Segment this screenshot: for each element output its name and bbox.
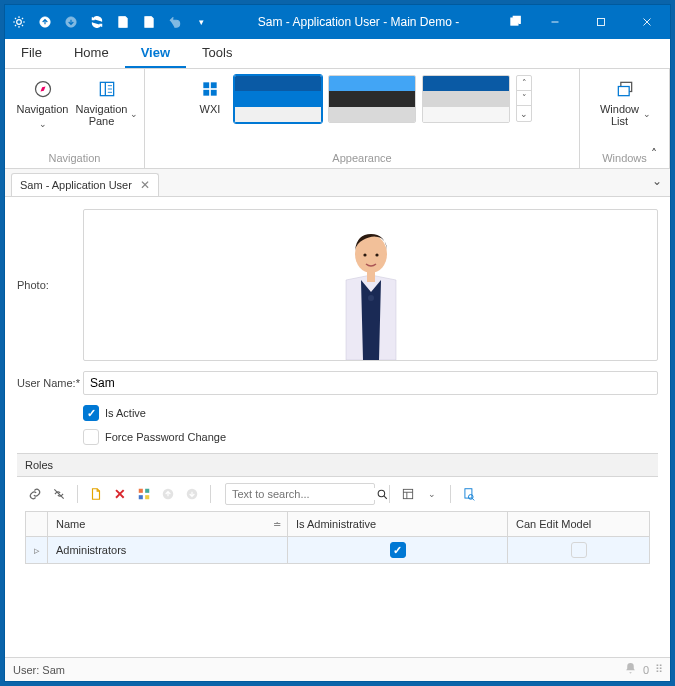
row-handle-header xyxy=(26,512,48,536)
new-button[interactable] xyxy=(86,484,106,504)
svg-rect-29 xyxy=(139,495,143,499)
window-list-button[interactable]: Window List ⌄ xyxy=(599,75,651,127)
svg-point-39 xyxy=(468,495,473,500)
svg-rect-23 xyxy=(367,270,375,282)
app-gear-icon[interactable] xyxy=(11,14,27,30)
chevron-down-icon: ⌄ xyxy=(643,110,651,120)
theme-swatch-blue-dark[interactable] xyxy=(328,75,416,123)
svg-rect-30 xyxy=(145,495,149,499)
layout-button[interactable] xyxy=(398,484,418,504)
group-navigation-label: Navigation xyxy=(49,152,101,164)
menu-view[interactable]: View xyxy=(125,39,186,68)
delete-button[interactable]: ✕ xyxy=(110,484,130,504)
menu-file[interactable]: File xyxy=(5,39,58,68)
svg-point-24 xyxy=(363,253,366,256)
preview-button[interactable] xyxy=(459,484,479,504)
collapse-ribbon-button[interactable]: ˄ xyxy=(646,146,662,162)
cell-is-admin-checkbox[interactable] xyxy=(390,542,406,558)
menu-home[interactable]: Home xyxy=(58,39,125,68)
is-active-label: Is Active xyxy=(105,407,146,419)
theme-swatch-blue-white[interactable] xyxy=(234,75,322,123)
svg-point-0 xyxy=(17,20,22,25)
titlebar-chevron-down-icon[interactable]: ▾ xyxy=(193,14,209,30)
roles-section-header: Roles xyxy=(17,453,658,477)
cell-can-edit-checkbox[interactable] xyxy=(571,542,587,558)
minimize-button[interactable] xyxy=(532,5,578,39)
undo-icon[interactable] xyxy=(167,14,183,30)
refresh-icon[interactable] xyxy=(89,14,105,30)
svg-rect-17 xyxy=(211,90,217,96)
force-password-checkbox[interactable] xyxy=(83,429,99,445)
maximize-button[interactable] xyxy=(578,5,624,39)
compass-icon xyxy=(33,79,53,99)
column-is-admin[interactable]: Is Administrative xyxy=(288,512,508,536)
column-can-edit[interactable]: Can Edit Model xyxy=(508,512,649,536)
svg-point-21 xyxy=(368,295,374,301)
document-tab-strip: Sam - Application User ✕ ⌄ xyxy=(5,169,670,197)
status-user: Sam xyxy=(42,664,65,676)
photo-field[interactable] xyxy=(83,209,658,361)
svg-rect-15 xyxy=(211,82,217,88)
layout-dropdown-button[interactable]: ⌄ xyxy=(422,484,442,504)
table-row[interactable]: ▹ Administrators xyxy=(26,537,649,563)
navigation-pane-label: Navigation Pane xyxy=(76,103,128,127)
navigation-button[interactable]: Navigation ⌄ xyxy=(17,75,69,129)
roles-toolbar: ✕ ⌄ xyxy=(17,477,658,511)
windows-icon xyxy=(615,79,635,99)
link-button[interactable] xyxy=(25,484,45,504)
svg-rect-14 xyxy=(203,82,209,88)
move-up-button[interactable] xyxy=(158,484,178,504)
username-label: User Name:* xyxy=(17,377,83,389)
title-bar: ▾ Sam - Application User - Main Demo - xyxy=(5,5,670,39)
group-windows-label: Windows xyxy=(602,152,647,164)
svg-rect-28 xyxy=(145,489,149,493)
close-tab-icon[interactable]: ✕ xyxy=(140,179,150,191)
restore-variant-icon[interactable] xyxy=(508,14,522,31)
svg-rect-27 xyxy=(139,489,143,493)
svg-rect-19 xyxy=(618,87,629,96)
menu-tools[interactable]: Tools xyxy=(186,39,248,68)
theme-swatch-blue-grey[interactable] xyxy=(422,75,510,123)
resize-grip-icon[interactable]: ⠿ xyxy=(655,663,662,676)
menu-bar: File Home View Tools xyxy=(5,39,670,69)
svg-point-25 xyxy=(375,253,378,256)
close-button[interactable] xyxy=(624,5,670,39)
ribbon: Navigation ⌄ Navigation Pane ⌄ Navigatio… xyxy=(5,69,670,169)
document-tab[interactable]: Sam - Application User ✕ xyxy=(11,173,159,196)
move-down-button[interactable] xyxy=(182,484,202,504)
svg-rect-35 xyxy=(403,489,412,498)
chevron-down-icon: ⌄ xyxy=(130,110,138,120)
theme-down-button[interactable]: ˅ xyxy=(517,91,531,106)
sort-icon: ≐ xyxy=(273,519,281,530)
group-appearance-label: Appearance xyxy=(332,152,391,164)
photo-label: Photo: xyxy=(17,279,83,291)
row-expand-icon[interactable]: ▹ xyxy=(26,537,48,563)
search-input[interactable] xyxy=(226,488,376,500)
document-tab-label: Sam - Application User xyxy=(20,179,132,191)
theme-more-button[interactable]: ⌄ xyxy=(517,106,531,121)
search-icon[interactable] xyxy=(376,488,389,501)
upload-icon[interactable] xyxy=(37,14,53,30)
user-photo xyxy=(311,220,431,360)
svg-rect-5 xyxy=(598,19,605,26)
wxi-label: WXI xyxy=(200,103,221,115)
navigation-pane-button[interactable]: Navigation Pane ⌄ xyxy=(81,75,133,129)
theme-up-button[interactable]: ˄ xyxy=(517,76,531,91)
wxi-button[interactable]: WXI xyxy=(192,75,228,115)
force-password-label: Force Password Change xyxy=(105,431,226,443)
apps-button[interactable] xyxy=(134,484,154,504)
window-title: Sam - Application User - Main Demo - xyxy=(209,15,508,29)
form-area: Photo: User Name:* Is A xyxy=(5,197,670,657)
cell-name: Administrators xyxy=(48,537,288,563)
search-box[interactable] xyxy=(225,483,375,505)
username-input[interactable] xyxy=(83,371,658,395)
grid-icon xyxy=(200,79,220,99)
tab-dropdown-icon[interactable]: ⌄ xyxy=(652,174,662,188)
save-icon[interactable] xyxy=(115,14,131,30)
download-icon[interactable] xyxy=(63,14,79,30)
column-name[interactable]: Name≐ xyxy=(48,512,288,536)
is-active-checkbox[interactable] xyxy=(83,405,99,421)
save-plus-icon[interactable] xyxy=(141,14,157,30)
unlink-button[interactable] xyxy=(49,484,69,504)
bell-icon[interactable] xyxy=(624,662,637,677)
